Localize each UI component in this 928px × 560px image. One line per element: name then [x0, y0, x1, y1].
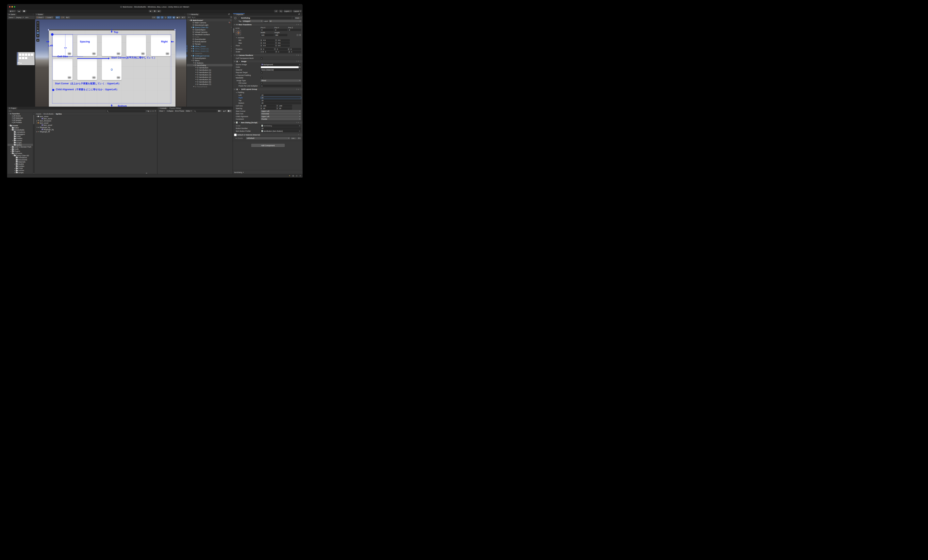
orientation-toggle-button[interactable]: ◇ Local▼	[45, 16, 53, 19]
game-panel-menu-icon[interactable]: ⋮	[32, 14, 34, 15]
console-clear-button[interactable]: Clear▼	[158, 110, 165, 113]
custom-tool-button[interactable]: ⊞	[37, 39, 39, 42]
scale-y[interactable]: 1	[278, 51, 288, 53]
project-file-row[interactable]: item_wood	[35, 124, 157, 126]
project-tree-row[interactable]: Scripts	[8, 142, 33, 144]
hierarchy-row[interactable]: GameObject	[187, 29, 233, 31]
project-tree-row[interactable]: All Prefabs	[8, 121, 33, 123]
anchor-max-x[interactable]: 0.5	[263, 42, 275, 44]
camera-warning-icon[interactable]: ⚙	[229, 21, 230, 23]
hierarchy-search-input[interactable]: All	[191, 16, 230, 18]
project-tree-row[interactable]: All Materials	[8, 117, 33, 119]
console-editor-dropdown[interactable]: Editor▼	[185, 110, 193, 113]
inspector-lock-icon[interactable]	[298, 14, 299, 15]
project-file-row[interactable]: ▼item_wood	[35, 122, 157, 124]
hierarchy-row[interactable]: ▶ ItemButton (6)	[187, 81, 233, 83]
hierarchy-row[interactable]: ▶ PausePanal	[187, 85, 233, 88]
padding-top-field[interactable]: 20	[261, 99, 301, 102]
2d-toggle-button[interactable]: 2D	[157, 16, 160, 19]
expand-toggle-icon[interactable]: ▶	[195, 81, 197, 82]
scene-visibility-button[interactable]: ◉̷	[172, 16, 175, 19]
hierarchy-row[interactable]: ▼ MainScene*⋮	[187, 19, 233, 21]
shading-mode-dropdown[interactable]: ◓▼	[152, 16, 156, 19]
step-button[interactable]: ▶	[157, 10, 161, 12]
color-field[interactable]: ✎	[261, 66, 301, 68]
project-tree-row[interactable]: ▼IkinokoBattle	[8, 129, 33, 131]
filter-type-icon[interactable]: ▼▣	[146, 110, 149, 112]
hierarchy-row[interactable]: EventListener	[187, 40, 233, 43]
rect-handle-topright[interactable]	[174, 29, 176, 31]
expand-toggle-icon[interactable]: ▶	[195, 69, 197, 71]
expand-toggle-icon[interactable]: ▼	[189, 20, 190, 21]
maskable-checkbox[interactable]: ✓	[261, 77, 263, 79]
scene-viewport[interactable]: 9999999999999999 Top	[35, 19, 186, 107]
expand-toggle-icon[interactable]: ▶	[14, 167, 16, 169]
raycast-target-checkbox[interactable]: ✓	[261, 72, 263, 73]
material-header[interactable]: Default UI Material (Material) ?⋮	[233, 133, 303, 137]
project-tree-scrollbar[interactable]: ▲ ▼	[33, 113, 35, 174]
hierarchy-row[interactable]: ▶ ItemButton (5)	[187, 78, 233, 81]
expand-toggle-icon[interactable]: ▶	[191, 50, 192, 52]
expand-toggle-icon[interactable]: ▶	[36, 120, 38, 122]
pivot-y[interactable]: 0.5	[277, 45, 290, 47]
anchor-max-y[interactable]: 0.5	[277, 42, 290, 44]
cull-transparent-mesh-checkbox[interactable]: ✓	[261, 57, 263, 59]
shader-edit-button[interactable]: Edit...	[291, 137, 297, 139]
close-window-button[interactable]	[9, 6, 11, 8]
padding-bottom-field[interactable]: 20	[261, 102, 301, 104]
tab-game[interactable]: ▶ Game	[8, 13, 17, 15]
console-info-count[interactable]: !0	[217, 110, 222, 113]
static-dropdown-icon[interactable]: ▼	[301, 17, 302, 18]
expand-toggle-icon[interactable]: ▶	[195, 72, 197, 73]
scale-link-icon[interactable]: ⊘	[261, 51, 262, 53]
expand-toggle-icon[interactable]: ▶	[191, 48, 192, 49]
hierarchy-menu-icon[interactable]: ⋮	[230, 14, 232, 15]
rect-handle-topleft[interactable]	[48, 29, 49, 31]
hierarchy-row[interactable]: ▼ Menu	[187, 59, 233, 62]
eyedropper-icon[interactable]: ✎	[299, 66, 301, 68]
shader-dropdown[interactable]: UI/Default▼	[246, 137, 290, 139]
expand-toggle-icon[interactable]: ▼	[8, 113, 10, 114]
grid-layout-group-header[interactable]: ▼▦ ✓ Grid Layout Group ?≡⋮	[233, 88, 303, 91]
spacing-y-field[interactable]: 20	[278, 107, 292, 110]
console-error-count[interactable]: !0	[227, 110, 232, 113]
console-collapse-button[interactable]: Collapse	[166, 110, 174, 113]
expand-toggle-icon[interactable]: ▶	[195, 74, 197, 75]
breadcrumb-item[interactable]: IkinokoBattle	[43, 113, 54, 115]
camera-settings-dropdown[interactable]: ▣▼	[176, 16, 181, 19]
expand-toggle-icon[interactable]: ▼	[36, 122, 38, 123]
project-tree-row[interactable]: Fonts	[8, 135, 33, 137]
pause-button[interactable]	[153, 10, 157, 12]
project-tree-row[interactable]: ▶Scenes	[8, 169, 33, 172]
move-tool-button[interactable]: +	[37, 24, 39, 26]
project-tree-row[interactable]: ▼PQAssets	[8, 152, 33, 154]
status-activity-icon[interactable]: ◎	[296, 175, 298, 177]
game-display-menu[interactable]: Game▼	[8, 16, 15, 19]
canvas-renderer-header[interactable]: ▼◎ Canvas Renderer ?≡⋮	[233, 54, 303, 57]
ppu-multiplier-field[interactable]: 1	[261, 85, 301, 87]
width-field[interactable]: 620	[261, 34, 274, 36]
project-tree-row[interactable]: Editor	[8, 127, 33, 129]
grid-snap-button[interactable]: ⊞▼	[55, 16, 60, 19]
padding-left-field[interactable]: 20	[261, 94, 301, 96]
status-brush-icon[interactable]: ✦	[289, 175, 290, 177]
hierarchy-row[interactable]: ▶ ItemButton (7)	[187, 83, 233, 85]
rect-transform-header[interactable]: ▼✥ Rect Transform ?≡⋮	[233, 23, 303, 26]
gameobject-name-field[interactable]: ItemDialog	[240, 17, 292, 19]
expand-toggle-icon[interactable]: ▼	[191, 60, 192, 61]
pos-x-field[interactable]: 0	[261, 29, 274, 31]
static-checkbox[interactable]: ✓	[293, 17, 295, 19]
play-button[interactable]: ▶	[149, 10, 153, 12]
hierarchy-row[interactable]: Main Camera⚙	[187, 21, 233, 24]
cell-size-y-field[interactable]: 100	[278, 105, 292, 107]
project-tree-row[interactable]: ▶Models	[8, 163, 33, 165]
expand-toggle-icon[interactable]: ▶	[10, 151, 12, 152]
source-image-field[interactable]: Background◎	[261, 63, 301, 65]
scale-x[interactable]: 1	[264, 51, 275, 53]
start-corner-dropdown[interactable]: Upper Left▼	[261, 110, 301, 113]
hierarchy-row[interactable]: ▶ Query-Chan-SD›	[187, 26, 233, 29]
expand-toggle-icon[interactable]: ▶	[14, 172, 16, 173]
view-tool-button[interactable]: ◎	[37, 21, 39, 24]
scale-tool-button[interactable]: ▣	[37, 29, 39, 32]
plastic-scm-button[interactable]	[22, 10, 26, 12]
